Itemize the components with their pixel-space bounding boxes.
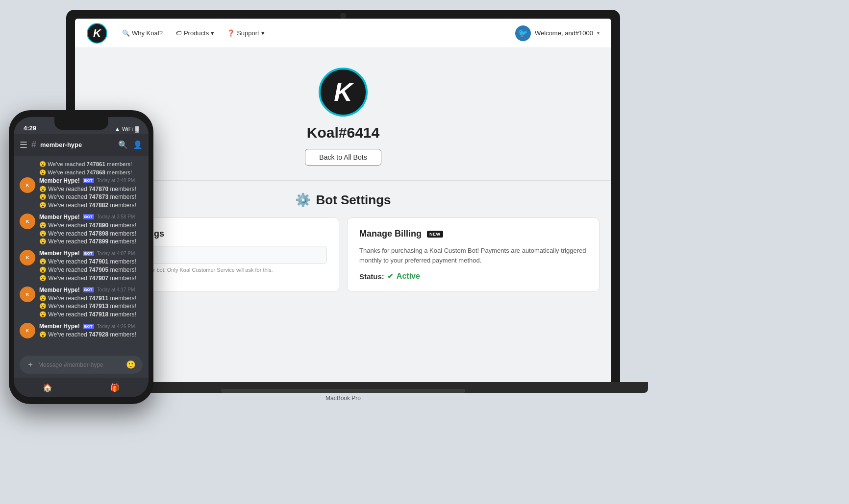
bot-tag-4: BOT <box>83 287 94 292</box>
message-text-1c: 😮 We've reached 747882 members! <box>39 201 143 210</box>
bot-tag-1: BOT <box>83 178 94 183</box>
message-content-1: Member Hype! BOT Today at 3:48 PM 😮 We'v… <box>39 177 143 210</box>
help-icon: ❓ <box>227 29 235 37</box>
phone-body: 4:29 ▲ WiFi ▓ ☰ # member-hype 🔍 👤 <box>9 110 153 404</box>
support-label: Support <box>237 29 259 37</box>
avatar-5: K <box>20 323 35 338</box>
message-text-3a: 😮 We've reached 747901 members! <box>39 258 143 266</box>
bot-logo: K <box>319 68 368 117</box>
nav-why-koal[interactable]: 🔍 Why Koal? <box>117 26 168 40</box>
message-text-1b: 😮 We've reached 747873 members! <box>39 193 143 201</box>
hash-icon: # <box>31 140 36 150</box>
hero-section: K Koal#6414 Back to All Bots <box>75 48 611 180</box>
message-time-5: Today at 4:26 PM <box>97 324 135 329</box>
message-header-4: Member Hype! BOT Today at 4:17 PM <box>39 287 143 293</box>
welcome-dropdown-arrow[interactable]: ▾ <box>597 30 599 36</box>
home-icon[interactable]: 🏠 <box>43 383 52 392</box>
koal-logo[interactable]: K <box>87 23 107 44</box>
message-group-3: K Member Hype! BOT Today at 4:07 PM 😮 We… <box>20 250 143 282</box>
bot-tag-3: BOT <box>83 251 94 256</box>
message-text-4a: 😮 We've reached 747911 members! <box>39 294 143 303</box>
nav-support[interactable]: ❓ Support ▾ <box>222 26 270 40</box>
why-koal-label: Why Koal? <box>132 29 163 37</box>
welcome-text: Welcome, and#1000 <box>535 29 593 37</box>
phone-device: 4:29 ▲ WiFi ▓ ☰ # member-hype 🔍 👤 <box>9 110 153 404</box>
laptop-model-label: MacBook Pro <box>325 395 361 402</box>
chevron-down-icon: ▾ <box>261 29 265 37</box>
message-text-4b: 😮 We've reached 747913 members! <box>39 302 143 311</box>
username-4: Member Hype! <box>39 287 80 293</box>
message-header-5: Member Hype! BOT Today at 4:26 PM <box>39 323 143 330</box>
avatar-2: K <box>20 214 35 229</box>
bot-settings-title: ⚙️ Bot Settings <box>87 192 599 208</box>
message-input[interactable]: Message #member-hype <box>38 361 122 368</box>
back-to-all-bots-button[interactable]: Back to All Bots <box>305 149 381 166</box>
signal-icon: ▲ <box>115 126 120 132</box>
products-label: Products <box>184 29 209 37</box>
bird-icon: 🐦 <box>518 28 528 38</box>
chevron-down-icon: ▾ <box>211 29 214 37</box>
nav-links: 🔍 Why Koal? 🏷 Products ▾ ❓ Support ▾ <box>117 26 515 40</box>
bot-settings-section: ⚙️ Bot Settings ral Bot Settings unique … <box>75 181 611 382</box>
message-text-4c: 😮 We've reached 747918 members! <box>39 311 143 319</box>
gift-icon[interactable]: 🎁 <box>110 383 120 392</box>
settings-cards: ral Bot Settings unique identifier to yo… <box>87 217 599 292</box>
message-time-4: Today at 4:17 PM <box>97 287 135 292</box>
bot-tag-2: BOT <box>83 214 94 219</box>
site-navigation: K 🔍 Why Koal? 🏷 Products ▾ <box>75 19 611 48</box>
discord-messages: 😮 We've reached 747861 members! 😮 We've … <box>14 156 149 352</box>
battery-icon: ▓ <box>135 126 139 132</box>
bot-name: Koal#6414 <box>307 124 379 141</box>
message-group-1: K Member Hype! BOT Today at 3:48 PM 😮 We… <box>20 177 143 210</box>
bot-tag-5: BOT <box>83 324 94 329</box>
checkmark-icon: ✔ <box>387 272 394 281</box>
laptop-webcam <box>340 13 346 19</box>
billing-card-title: Manage Billing NEW <box>359 229 587 239</box>
message-header-2: Member Hype! BOT Today at 3:58 PM <box>39 214 143 220</box>
status-active-value: Active <box>397 272 420 281</box>
nav-right: 🐦 Welcome, and#1000 ▾ <box>515 25 599 41</box>
avatar-1: K <box>20 177 35 193</box>
discord-channel-header: ☰ # member-hype 🔍 👤 <box>14 134 149 156</box>
phone-status-icons: ▲ WiFi ▓ <box>115 126 139 132</box>
billing-description: Thanks for purchasing a Koal Custom Bot!… <box>359 246 587 265</box>
discord-bottom-nav: 🏠 🎁 <box>14 378 149 397</box>
phone-time: 4:29 <box>24 124 36 132</box>
search-icon: 🔍 <box>122 29 130 37</box>
message-group-2: K Member Hype! BOT Today at 3:58 PM 😮 We… <box>20 214 143 246</box>
phone-notch <box>54 117 108 130</box>
hamburger-icon[interactable]: ☰ <box>20 140 27 150</box>
settings-gear-icon: ⚙️ <box>295 192 311 208</box>
emoji-icon[interactable]: 🙂 <box>126 360 136 369</box>
billing-card: Manage Billing NEW Thanks for purchasing… <box>347 217 599 292</box>
website: K 🔍 Why Koal? 🏷 Products ▾ <box>75 19 611 382</box>
nav-products[interactable]: 🏷 Products ▾ <box>171 26 219 40</box>
billing-title-text: Manage Billing <box>359 229 422 239</box>
discord-input-box[interactable]: ＋ Message #member-hype 🙂 <box>20 356 143 374</box>
msg-emoji: 😮 <box>39 161 46 167</box>
message-group-5: K Member Hype! BOT Today at 4:26 PM 😮 We… <box>20 323 143 339</box>
add-member-icon[interactable]: 👤 <box>133 140 143 149</box>
message-text-2a: 😮 We've reached 747890 members! <box>39 221 143 230</box>
message-text-3b: 😮 We've reached 747905 members! <box>39 266 143 274</box>
message-group-4: K Member Hype! BOT Today at 4:17 PM 😮 We… <box>20 287 143 319</box>
search-icon[interactable]: 🔍 <box>118 140 128 149</box>
message-text-2c: 😮 We've reached 747899 members! <box>39 238 143 246</box>
username-3: Member Hype! <box>39 250 80 257</box>
message-text-5a: 😮 We've reached 747928 members! <box>39 331 143 339</box>
discord-header-icons: 🔍 👤 <box>118 140 143 149</box>
nav-bird-avatar: 🐦 <box>515 25 531 41</box>
message-content-2: Member Hype! BOT Today at 3:58 PM 😮 We'v… <box>39 214 143 246</box>
status-label: Status: <box>359 272 384 281</box>
tag-icon: 🏷 <box>175 29 182 37</box>
message-time-1: Today at 3:48 PM <box>97 178 135 183</box>
username-2: Member Hype! <box>39 214 80 220</box>
avatar-4: K <box>20 287 35 302</box>
laptop-screen: K 🔍 Why Koal? 🏷 Products ▾ <box>75 19 611 382</box>
add-attachment-icon[interactable]: ＋ <box>26 360 34 370</box>
message-time-3: Today at 4:07 PM <box>97 251 135 256</box>
message-text-1a: 😮 We've reached 747870 members! <box>39 185 143 193</box>
billing-status: Status: ✔ Active <box>359 272 587 281</box>
discord-input-area: ＋ Message #member-hype 🙂 <box>14 352 149 378</box>
avatar-3: K <box>20 250 35 265</box>
